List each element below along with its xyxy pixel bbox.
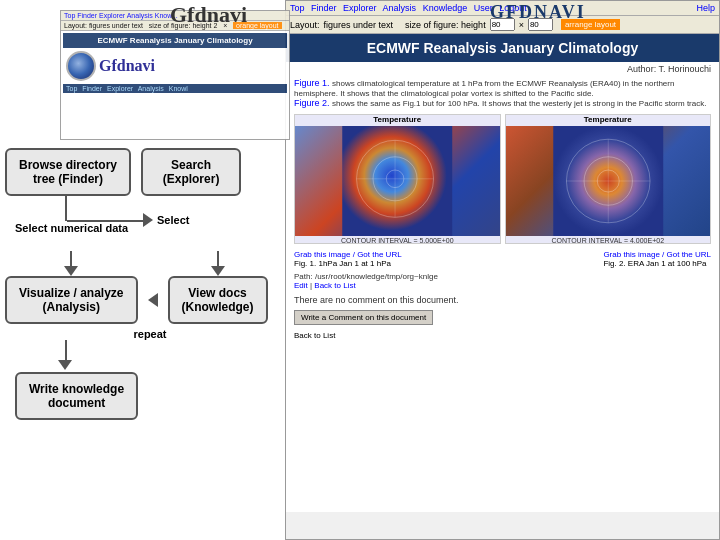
search-box: Search(Explorer): [141, 148, 241, 196]
mini-nav-knowl[interactable]: Knowl: [169, 85, 188, 92]
grab-link1[interactable]: Grab this image / Got the URL: [294, 250, 402, 259]
mini-browser: Top Finder Explorer Analysis Know... Lay…: [60, 10, 290, 140]
line-from-browse: [65, 196, 67, 221]
viewdocs-col: View docs(Knowledge): [168, 251, 268, 324]
mini-nav-finder[interactable]: Finder: [82, 85, 102, 92]
select-label: Select: [157, 214, 189, 226]
svg-rect-0: [342, 126, 452, 236]
connector-row1: Select numerical data Select: [5, 196, 285, 246]
layout-label: Layout:: [290, 20, 320, 30]
mini-nav-analysis[interactable]: Analysis: [138, 85, 164, 92]
gfdnavi-title-right: GFDNAVI: [490, 2, 586, 23]
line-after-repeat: [65, 340, 67, 360]
gfdnavi-globe-icon: [66, 51, 96, 81]
repeat-label: repeat: [15, 328, 285, 340]
fig2-caption: Fig. 2. ERA Jan 1 at 100 hPa: [603, 259, 706, 268]
line-to-viewdocs: [217, 251, 219, 266]
figure2-image: [506, 126, 711, 236]
page-author: Author: T. Horinouchi: [286, 62, 719, 76]
path-info: Path: /usr/root/knowledge/tmp/org~knlge …: [286, 270, 719, 292]
nav-finder[interactable]: Finder: [311, 3, 337, 13]
mini-nav-explorer[interactable]: Explorer: [107, 85, 133, 92]
nav-help[interactable]: Help: [696, 3, 715, 13]
back-to-list-bottom[interactable]: Back to List: [286, 329, 343, 342]
visualize-col: Visualize / analyze(Analysis): [5, 251, 138, 324]
bottom-links: Grab this image / Got the URL Fig. 1. 1h…: [286, 248, 719, 270]
browser-panel: Top Finder Explorer Analysis Knowledge U…: [285, 0, 720, 540]
arrow-left-tip: [148, 293, 158, 307]
figure2-box: Temperature: [505, 114, 712, 244]
mini-finder[interactable]: Finder: [77, 12, 97, 19]
figure1-box: Temperature: [294, 114, 501, 244]
back-to-list-link[interactable]: Back to List: [314, 281, 355, 290]
search-col: Search(Explorer): [141, 148, 241, 196]
select-numerical-label: Select numerical data: [15, 222, 128, 234]
layout-value: figures under text: [324, 20, 394, 30]
no-comments-text: There are no comment on this document.: [286, 292, 719, 308]
page-title: ECMWF Reanalysis January Climatology: [286, 34, 719, 62]
mini-top[interactable]: Top: [64, 12, 75, 19]
mini-explorer[interactable]: Explorer: [99, 12, 125, 19]
fig2-link[interactable]: Figure 2.: [294, 98, 330, 108]
mini-content: ECMWF Reanalysis January Climatology Gfd…: [61, 31, 289, 95]
browser-content: ECMWF Reanalysis January Climatology Aut…: [286, 34, 719, 512]
arrow-left-connector: [148, 293, 158, 307]
page-links: Figure 1. shows climatological temperatu…: [286, 76, 719, 110]
figure1-title: Temperature: [371, 114, 423, 126]
mini-nav-top[interactable]: Top: [66, 85, 77, 92]
write-comment-button[interactable]: Write a Comment on this document: [294, 310, 433, 325]
fig1-caption: Fig. 1. 1hPa Jan 1 at 1 hPa: [294, 259, 391, 268]
arrow-to-viewdocs: [211, 266, 225, 276]
nav-knowledge[interactable]: Knowledge: [423, 3, 468, 13]
arrow-to-write: [58, 360, 72, 370]
browse-col: Browse directorytree (Finder): [5, 148, 131, 196]
mini-page-title: ECMWF Reanalysis January Climatology: [63, 33, 287, 48]
row2: Visualize / analyze(Analysis) View docs(…: [5, 251, 285, 324]
viewdocs-box: View docs(Knowledge): [168, 276, 268, 324]
fig1-link[interactable]: Figure 1.: [294, 78, 330, 88]
visualize-box: Visualize / analyze(Analysis): [5, 276, 138, 324]
mini-analysis[interactable]: Analysis: [127, 12, 153, 19]
nav-analysis[interactable]: Analysis: [383, 3, 417, 13]
figures-row: Temperature: [286, 110, 719, 248]
figure1-contour: CONTOUR INTERVAL = 5.000E+00: [340, 236, 455, 244]
write-knowledge-box[interactable]: Write knowledgedocument: [15, 372, 138, 420]
figure2-contour: CONTOUR INTERVAL = 4.000E+02: [550, 236, 665, 244]
arrow-right: [143, 213, 153, 227]
row1: Browse directorytree (Finder) Search(Exp…: [5, 148, 285, 196]
gfdnavi-title-center: Gfdnavi: [170, 2, 247, 28]
nav-explorer[interactable]: Explorer: [343, 3, 377, 13]
line-to-visualize: [70, 251, 72, 266]
grab-link2[interactable]: Grab this image / Got the URL: [603, 250, 711, 259]
mini-nav-bar: Top Finder Explorer Analysis Knowl: [63, 84, 287, 93]
edit-link[interactable]: Edit: [294, 281, 308, 290]
mini-logo-row: Gfdnavi: [63, 48, 287, 84]
figure2-title: Temperature: [582, 114, 634, 126]
nav-top[interactable]: Top: [290, 3, 305, 13]
gfdnavi-logo-text: Gfdnavi: [99, 57, 155, 75]
figure1-image: [295, 126, 500, 236]
size-label: size of figure: height: [405, 20, 486, 30]
browse-box: Browse directorytree (Finder): [5, 148, 131, 196]
flow-diagram: Browse directorytree (Finder) Search(Exp…: [5, 148, 285, 420]
arrow-to-visualize: [64, 266, 78, 276]
